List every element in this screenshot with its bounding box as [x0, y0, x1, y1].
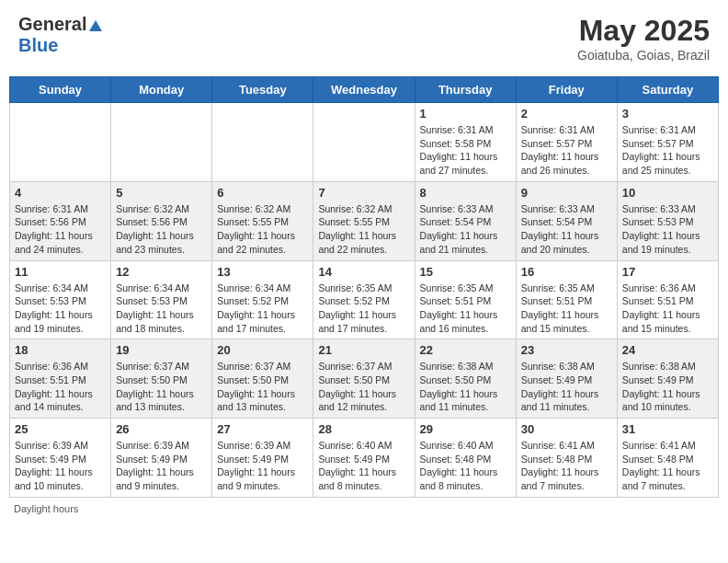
- day-number: 30: [521, 422, 612, 436]
- day-number: 15: [420, 265, 511, 279]
- day-info: Sunrise: 6:41 AMSunset: 5:48 PMDaylight:…: [521, 439, 612, 493]
- calendar-cell: 30Sunrise: 6:41 AMSunset: 5:48 PMDayligh…: [516, 419, 617, 498]
- col-thursday: Thursday: [415, 77, 516, 103]
- calendar-cell: 20Sunrise: 6:37 AMSunset: 5:50 PMDayligh…: [212, 339, 313, 419]
- daylight-label: Daylight hours: [14, 503, 78, 514]
- day-number: 13: [217, 265, 308, 279]
- calendar-cell: 19Sunrise: 6:37 AMSunset: 5:50 PMDayligh…: [111, 339, 212, 419]
- col-wednesday: Wednesday: [313, 77, 415, 103]
- day-info: Sunrise: 6:37 AMSunset: 5:50 PMDaylight:…: [318, 360, 409, 414]
- calendar-body: 1Sunrise: 6:31 AMSunset: 5:58 PMDaylight…: [10, 103, 719, 498]
- day-info: Sunrise: 6:31 AMSunset: 5:57 PMDaylight:…: [622, 123, 713, 178]
- days-of-week-row: Sunday Monday Tuesday Wednesday Thursday…: [10, 77, 719, 103]
- day-number: 20: [217, 343, 308, 357]
- day-info: Sunrise: 6:31 AMSunset: 5:56 PMDaylight:…: [15, 202, 106, 257]
- footer: Daylight hours: [9, 503, 719, 514]
- day-number: 9: [521, 186, 612, 200]
- day-number: 6: [217, 186, 308, 200]
- calendar-cell: 16Sunrise: 6:35 AMSunset: 5:51 PMDayligh…: [516, 260, 617, 339]
- day-info: Sunrise: 6:34 AMSunset: 5:53 PMDaylight:…: [116, 282, 207, 336]
- calendar-week-row: 25Sunrise: 6:39 AMSunset: 5:49 PMDayligh…: [10, 419, 719, 498]
- calendar-cell: 2Sunrise: 6:31 AMSunset: 5:57 PMDaylight…: [516, 103, 617, 182]
- day-info: Sunrise: 6:32 AMSunset: 5:55 PMDaylight:…: [318, 202, 409, 257]
- day-number: 5: [116, 186, 207, 200]
- page-header: General Blue May 2025 Goiatuba, Goias, B…: [9, 9, 719, 67]
- calendar-cell: 6Sunrise: 6:32 AMSunset: 5:55 PMDaylight…: [212, 181, 313, 260]
- day-info: Sunrise: 6:33 AMSunset: 5:54 PMDaylight:…: [420, 202, 511, 257]
- calendar-cell: 29Sunrise: 6:40 AMSunset: 5:48 PMDayligh…: [415, 419, 516, 498]
- day-info: Sunrise: 6:35 AMSunset: 5:52 PMDaylight:…: [318, 282, 409, 336]
- calendar-cell: 11Sunrise: 6:34 AMSunset: 5:53 PMDayligh…: [10, 260, 111, 339]
- col-saturday: Saturday: [617, 77, 718, 103]
- day-number: 31: [622, 422, 713, 436]
- day-info: Sunrise: 6:37 AMSunset: 5:50 PMDaylight:…: [116, 360, 207, 414]
- calendar-cell: 12Sunrise: 6:34 AMSunset: 5:53 PMDayligh…: [111, 260, 212, 339]
- location-subtitle: Goiatuba, Goias, Brazil: [577, 48, 710, 63]
- day-number: 16: [521, 265, 612, 279]
- day-info: Sunrise: 6:34 AMSunset: 5:52 PMDaylight:…: [217, 282, 308, 336]
- calendar-week-row: 4Sunrise: 6:31 AMSunset: 5:56 PMDaylight…: [10, 181, 719, 260]
- calendar-header: Sunday Monday Tuesday Wednesday Thursday…: [10, 77, 719, 103]
- calendar-cell: [313, 103, 415, 182]
- day-info: Sunrise: 6:34 AMSunset: 5:53 PMDaylight:…: [15, 282, 106, 336]
- calendar-cell: 22Sunrise: 6:38 AMSunset: 5:50 PMDayligh…: [415, 339, 516, 419]
- calendar-cell: [10, 103, 111, 182]
- calendar-week-row: 11Sunrise: 6:34 AMSunset: 5:53 PMDayligh…: [10, 260, 719, 339]
- day-number: 2: [521, 107, 612, 121]
- day-number: 8: [420, 186, 511, 200]
- day-info: Sunrise: 6:36 AMSunset: 5:51 PMDaylight:…: [15, 360, 106, 414]
- calendar-cell: 21Sunrise: 6:37 AMSunset: 5:50 PMDayligh…: [313, 339, 415, 419]
- day-info: Sunrise: 6:39 AMSunset: 5:49 PMDaylight:…: [15, 439, 106, 493]
- day-info: Sunrise: 6:31 AMSunset: 5:57 PMDaylight:…: [521, 123, 612, 178]
- calendar-cell: 24Sunrise: 6:38 AMSunset: 5:49 PMDayligh…: [617, 339, 718, 419]
- month-title: May 2025: [577, 14, 710, 48]
- day-number: 22: [420, 343, 511, 357]
- day-number: 4: [15, 186, 106, 200]
- day-number: 25: [15, 422, 106, 436]
- day-number: 19: [116, 343, 207, 357]
- calendar-cell: 23Sunrise: 6:38 AMSunset: 5:49 PMDayligh…: [516, 339, 617, 419]
- day-number: 28: [318, 422, 409, 436]
- day-info: Sunrise: 6:36 AMSunset: 5:51 PMDaylight:…: [622, 282, 713, 336]
- day-info: Sunrise: 6:38 AMSunset: 5:49 PMDaylight:…: [622, 360, 713, 414]
- calendar-table: Sunday Monday Tuesday Wednesday Thursday…: [9, 76, 719, 498]
- calendar-cell: 17Sunrise: 6:36 AMSunset: 5:51 PMDayligh…: [617, 260, 718, 339]
- day-number: 14: [318, 265, 409, 279]
- calendar-cell: 8Sunrise: 6:33 AMSunset: 5:54 PMDaylight…: [415, 181, 516, 260]
- calendar-cell: 3Sunrise: 6:31 AMSunset: 5:57 PMDaylight…: [617, 103, 718, 182]
- title-area: May 2025 Goiatuba, Goias, Brazil: [577, 14, 710, 63]
- day-number: 18: [15, 343, 106, 357]
- day-info: Sunrise: 6:39 AMSunset: 5:49 PMDaylight:…: [116, 439, 207, 493]
- calendar-cell: 14Sunrise: 6:35 AMSunset: 5:52 PMDayligh…: [313, 260, 415, 339]
- calendar-cell: 4Sunrise: 6:31 AMSunset: 5:56 PMDaylight…: [10, 181, 111, 260]
- day-info: Sunrise: 6:38 AMSunset: 5:49 PMDaylight:…: [521, 360, 612, 414]
- day-info: Sunrise: 6:32 AMSunset: 5:56 PMDaylight:…: [116, 202, 207, 257]
- calendar-cell: 28Sunrise: 6:40 AMSunset: 5:49 PMDayligh…: [313, 419, 415, 498]
- day-number: 12: [116, 265, 207, 279]
- day-number: 21: [318, 343, 409, 357]
- day-number: 23: [521, 343, 612, 357]
- calendar-cell: 27Sunrise: 6:39 AMSunset: 5:49 PMDayligh…: [212, 419, 313, 498]
- day-number: 7: [318, 186, 409, 200]
- calendar-cell: 18Sunrise: 6:36 AMSunset: 5:51 PMDayligh…: [10, 339, 111, 419]
- logo: General Blue: [18, 14, 105, 56]
- day-info: Sunrise: 6:37 AMSunset: 5:50 PMDaylight:…: [217, 360, 308, 414]
- day-number: 24: [622, 343, 713, 357]
- calendar-cell: 26Sunrise: 6:39 AMSunset: 5:49 PMDayligh…: [111, 419, 212, 498]
- col-monday: Monday: [111, 77, 212, 103]
- day-info: Sunrise: 6:40 AMSunset: 5:49 PMDaylight:…: [318, 439, 409, 493]
- day-number: 27: [217, 422, 308, 436]
- calendar-cell: [111, 103, 212, 182]
- calendar-week-row: 18Sunrise: 6:36 AMSunset: 5:51 PMDayligh…: [10, 339, 719, 419]
- day-number: 26: [116, 422, 207, 436]
- calendar-cell: 7Sunrise: 6:32 AMSunset: 5:55 PMDaylight…: [313, 181, 415, 260]
- calendar-week-row: 1Sunrise: 6:31 AMSunset: 5:58 PMDaylight…: [10, 103, 719, 182]
- calendar-cell: 5Sunrise: 6:32 AMSunset: 5:56 PMDaylight…: [111, 181, 212, 260]
- day-info: Sunrise: 6:39 AMSunset: 5:49 PMDaylight:…: [217, 439, 308, 493]
- day-info: Sunrise: 6:40 AMSunset: 5:48 PMDaylight:…: [420, 439, 511, 493]
- logo-icon: [87, 18, 104, 35]
- svg-marker-0: [89, 20, 102, 31]
- calendar-cell: 9Sunrise: 6:33 AMSunset: 5:54 PMDaylight…: [516, 181, 617, 260]
- calendar-cell: 1Sunrise: 6:31 AMSunset: 5:58 PMDaylight…: [415, 103, 516, 182]
- col-sunday: Sunday: [10, 77, 111, 103]
